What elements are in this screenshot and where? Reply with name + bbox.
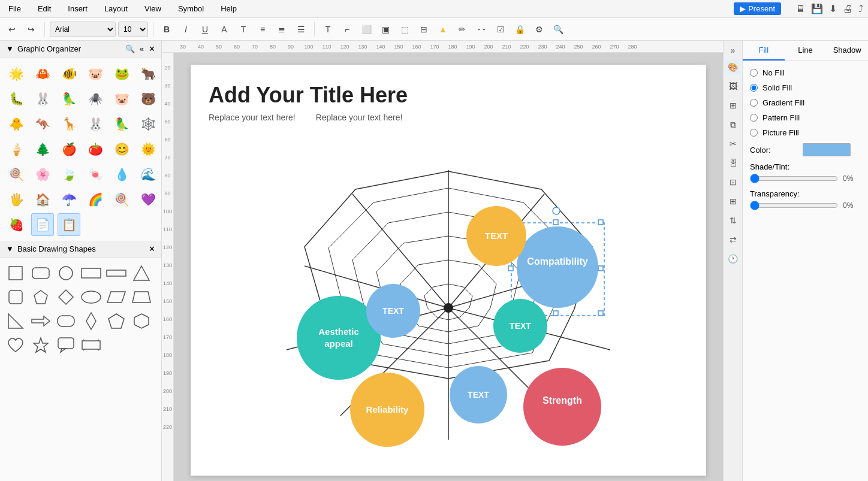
callout-button[interactable]: ⬚ bbox=[396, 21, 413, 38]
collapse-icon[interactable]: « bbox=[140, 44, 144, 53]
shape-speech-bubble[interactable] bbox=[55, 334, 77, 356]
solid-fill-radio[interactable] bbox=[750, 84, 758, 92]
shape-arrow-right[interactable] bbox=[30, 310, 52, 332]
symbol-flower[interactable]: 🌸 bbox=[31, 163, 54, 186]
symbol-frog[interactable]: 🐸 bbox=[110, 62, 133, 85]
fill-icon[interactable]: 🎨 bbox=[726, 60, 740, 74]
print-icon[interactable]: 🖨 bbox=[843, 4, 852, 14]
symbol-drop[interactable]: 💧 bbox=[110, 163, 133, 186]
transparency-slider[interactable] bbox=[750, 201, 838, 210]
symbol-umbrella[interactable]: ☂️ bbox=[58, 188, 80, 211]
shape-rounded-rect2[interactable] bbox=[55, 310, 77, 332]
save-icon[interactable]: 💾 bbox=[811, 3, 823, 14]
symbol-strawberry[interactable]: 🍓 bbox=[5, 213, 28, 236]
undo-button[interactable]: ↩ bbox=[4, 21, 20, 38]
shape-wide-rect[interactable] bbox=[80, 262, 102, 284]
group-icon[interactable]: ⊡ bbox=[726, 175, 740, 189]
shape-hexagon[interactable] bbox=[131, 310, 152, 332]
align-center-button[interactable]: ≣ bbox=[273, 21, 290, 38]
symbol-doc1[interactable]: 📄 bbox=[31, 213, 54, 236]
graphic-organizer-header[interactable]: ▼ Graphic Organizer 🔍 « ✕ bbox=[0, 41, 161, 58]
symbol-parrot[interactable]: 🦜 bbox=[110, 113, 133, 135]
symbol-candy[interactable]: 🍬 bbox=[84, 163, 107, 186]
text-bg-button[interactable]: T bbox=[235, 21, 252, 38]
underline-button[interactable]: U bbox=[197, 21, 213, 38]
shape-pentagon[interactable] bbox=[30, 286, 52, 308]
shuffle-icon[interactable]: ⇄ bbox=[726, 232, 740, 247]
menu-item-file[interactable]: File bbox=[5, 3, 25, 14]
bold-button[interactable]: B bbox=[158, 21, 175, 38]
settings-button[interactable]: ⚙ bbox=[531, 21, 547, 38]
symbol-pink[interactable]: 🐷 bbox=[110, 87, 133, 110]
symbol-rainbow[interactable]: 🌈 bbox=[84, 188, 107, 211]
grid-icon[interactable]: ⊞ bbox=[726, 98, 740, 113]
symbol-icecream[interactable]: 🍦 bbox=[5, 138, 28, 161]
shape-star[interactable] bbox=[30, 334, 52, 356]
symbol-kangaroo[interactable]: 🦘 bbox=[31, 113, 54, 135]
symbol-lollipop[interactable]: 🍭 bbox=[5, 163, 28, 186]
menu-item-help[interactable]: Help bbox=[217, 3, 240, 14]
font-size-select[interactable]: 10121416 bbox=[118, 22, 148, 37]
tab-shadow[interactable]: Shadow bbox=[826, 41, 868, 60]
fill-color-button[interactable]: ▲ bbox=[435, 21, 451, 38]
line-style-button[interactable]: - - bbox=[473, 21, 490, 38]
close-icon[interactable]: ✕ bbox=[149, 44, 155, 53]
symbol-bear[interactable]: 🐻 bbox=[137, 87, 159, 110]
symbol-giraffe[interactable]: 🦒 bbox=[58, 113, 80, 135]
symbol-leaf[interactable]: 🍃 bbox=[58, 163, 80, 186]
redo-button[interactable]: ↪ bbox=[23, 21, 40, 38]
symbol-heart[interactable]: 💜 bbox=[137, 188, 159, 211]
table-icon[interactable]: ⊞ bbox=[726, 194, 740, 208]
text-style-button[interactable]: T bbox=[320, 21, 336, 38]
text-box-button[interactable]: ▣ bbox=[377, 21, 394, 38]
gradient-fill-radio[interactable] bbox=[750, 99, 758, 107]
align-button[interactable]: ⊟ bbox=[415, 21, 432, 38]
no-fill-radio[interactable] bbox=[750, 69, 758, 77]
list-button[interactable]: ☰ bbox=[293, 21, 309, 38]
diagram-area[interactable]: Compatibility TEXT Aesthetic appeal TEXT bbox=[239, 134, 658, 458]
picture-fill-option[interactable]: Picture Fill bbox=[750, 128, 861, 137]
expand-toggle-button[interactable]: » bbox=[731, 46, 736, 55]
canvas-page[interactable]: Add Your Title Here Replace your text he… bbox=[191, 65, 706, 476]
symbol-lollipop2[interactable]: 🍭 bbox=[110, 188, 133, 211]
shape-heart[interactable] bbox=[5, 334, 26, 356]
symbol-tomato[interactable]: 🍅 bbox=[84, 138, 107, 161]
symbol-sun[interactable]: 🌞 bbox=[137, 138, 159, 161]
shape-parallelogram[interactable] bbox=[106, 286, 127, 308]
menu-item-layout[interactable]: Layout bbox=[101, 3, 131, 14]
symbol-cow[interactable]: 🐂 bbox=[137, 62, 159, 85]
lock-button[interactable]: 🔒 bbox=[511, 21, 528, 38]
pattern-fill-option[interactable]: Pattern Fill bbox=[750, 113, 861, 122]
symbol-bunny[interactable]: 🐰 bbox=[84, 113, 107, 135]
shape-thin-diamond[interactable] bbox=[80, 310, 102, 332]
share-icon[interactable]: ⤴ bbox=[858, 4, 863, 14]
shape-rounded-sq[interactable] bbox=[5, 286, 26, 308]
no-fill-option[interactable]: No Fill bbox=[750, 68, 861, 77]
symbol-worm[interactable]: 🐛 bbox=[5, 87, 28, 110]
shape-pentagon2[interactable] bbox=[106, 310, 127, 332]
checkbox-button[interactable]: ☑ bbox=[492, 21, 509, 38]
shape-triangle[interactable] bbox=[131, 262, 152, 284]
tab-fill[interactable]: Fill bbox=[743, 41, 785, 60]
shape-button[interactable]: ⬜ bbox=[358, 21, 375, 38]
basic-shapes-header[interactable]: ▼ Basic Drawing Shapes ✕ bbox=[0, 241, 161, 258]
tab-line[interactable]: Line bbox=[785, 41, 827, 60]
font-color-button[interactable]: A bbox=[216, 21, 233, 38]
shape-rounded-rect[interactable] bbox=[30, 262, 52, 284]
symbol-spider[interactable]: 🕷️ bbox=[84, 87, 107, 110]
shape-right-triangle[interactable] bbox=[5, 310, 26, 332]
symbol-crab[interactable]: 🦀 bbox=[31, 62, 54, 85]
symbol-duck[interactable]: 🐥 bbox=[5, 113, 28, 135]
present-button[interactable]: ▶ Present bbox=[734, 2, 781, 15]
font-family-select[interactable]: Arial bbox=[50, 22, 116, 37]
download-icon[interactable]: ⬇ bbox=[829, 3, 837, 14]
symbol-drop2[interactable]: 🌊 bbox=[137, 163, 159, 186]
menu-item-edit[interactable]: Edit bbox=[34, 3, 55, 14]
close-icon2[interactable]: ✕ bbox=[149, 244, 155, 253]
symbol-doc2[interactable]: 📋 bbox=[58, 213, 80, 236]
search-icon[interactable]: 🔍 bbox=[125, 44, 135, 53]
monitor-icon[interactable]: 🖥 bbox=[795, 4, 805, 14]
symbol-house[interactable]: 🏠 bbox=[31, 188, 54, 211]
symbol-smiley[interactable]: 😊 bbox=[110, 138, 133, 161]
menu-item-view[interactable]: View bbox=[141, 3, 165, 14]
